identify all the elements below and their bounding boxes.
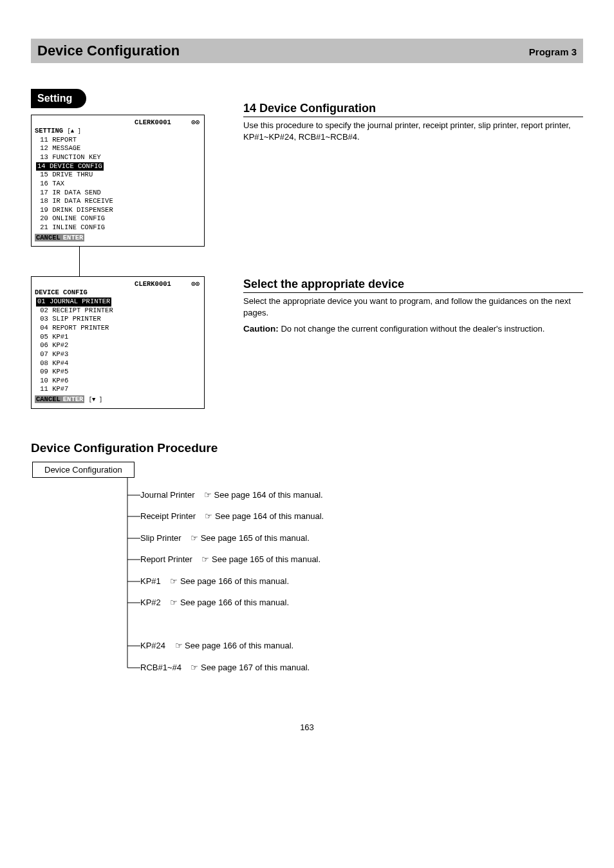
flow-item: Slip Printer ☞ See page 165 of this manu… [140,527,324,549]
menu-item[interactable]: 10 KP#6 [35,377,126,386]
flow-item: RCB#1~#4 ☞ See page 167 of this manual. [140,657,324,679]
setting-tab: Setting [31,89,86,108]
menu-item[interactable]: 13 FUNCTION KEY [35,153,126,162]
enter-button[interactable]: ENTER [62,234,85,241]
section-sub: Program 3 [529,46,577,57]
menu-item[interactable]: 19 DRINK DISPENSER [35,206,126,215]
flow-item-ref: ☞ See page 166 of this manual. [170,598,289,607]
flow-item-label: Journal Printer [140,490,195,500]
enter-button[interactable]: ENTER [62,395,85,403]
up-arrow-icon: [▲ ] [67,128,81,135]
menu-item[interactable]: 18 IR DATA RECEIVE [35,197,126,206]
flow-item-label: Receipt Printer [140,511,196,521]
flow-item-ref: ☞ See page 164 of this manual. [205,511,324,521]
flow-item-label: Slip Printer [140,533,181,543]
menu-item[interactable]: 06 KP#2 [35,341,126,350]
menu-item[interactable]: 04 REPORT PRINTER [35,324,126,333]
flow-item-ref: ☞ See page 167 of this manual. [191,663,310,672]
cancel-button[interactable]: CANCEL [35,234,62,241]
indicator: ⊙⊙ [191,118,200,126]
menu-item[interactable]: 20 ONLINE CONFIG [35,214,126,223]
menu-title: DEVICE CONFIG [35,288,88,297]
menu-item[interactable]: 09 KP#5 [35,368,126,377]
flow-item-ref: ☞ See page 164 of this manual. [204,490,323,500]
flow-item-label: RCB#1~#4 [140,663,181,672]
body-text: Select the appropriate device you want t… [243,296,583,318]
indicator: ⊙⊙ [191,279,200,287]
down-arrow-icon: [▼ ] [89,397,103,403]
subheading-device-config: 14 Device Configuration [243,102,583,117]
flow-item: Receipt Printer ☞ See page 164 of this m… [140,505,324,527]
connector-line [79,247,224,276]
flow-item: KP#2 ☞ See page 166 of this manual. [140,592,324,614]
flow-item-ref: ☞ See page 165 of this manual. [201,554,321,564]
screen-setting: CLERK0001 ⊙⊙ SETTING [▲ ] 11 REPORT 12 M… [31,115,205,247]
menu-item[interactable]: 02 RECEIPT PRINTER [35,307,126,316]
flow-item: KP#24 ☞ See page 166 of this manual. [140,635,324,657]
flow-item: KP#1 ☞ See page 166 of this manual. [140,571,324,592]
flow-item [140,614,324,636]
flow-item: Journal Printer ☞ See page 164 of this m… [140,484,324,506]
subheading-select-device: Select the appropriate device [243,278,583,293]
clerk-label: CLERK0001 [135,280,171,288]
caution-text: Do not change the current configuration … [281,324,544,334]
section-title: Device Configuration [37,42,180,59]
menu-title: SETTING [35,127,63,136]
page: Device Configuration Program 3 Setting C… [0,39,614,732]
menu-item[interactable]: 17 IR DATA SEND [35,189,126,198]
flow-item-ref: ☞ See page 165 of this manual. [191,533,310,543]
clerk-label: CLERK0001 [135,118,171,126]
flow-item-label: KP#2 [140,598,161,607]
flow-item-label: KP#1 [140,576,161,586]
screen-device-config: CLERK0001 ⊙⊙ DEVICE CONFIG 01 JOURNAL PR… [31,276,205,408]
procedure-title: Device Configuration Procedure [31,441,583,455]
body-text: Use this procedure to specify the journa… [243,120,583,142]
menu-item[interactable]: 15 DRIVE THRU [35,171,126,180]
cancel-button[interactable]: CANCEL [35,395,62,403]
flow-diagram: Device Configuration [31,462,583,684]
menu-item[interactable]: 11 KP#7 [35,385,126,394]
menu-item[interactable]: 03 SLIP PRINTER [35,315,126,324]
flow-item-ref: ☞ See page 166 of this manual. [175,641,294,650]
section-header: Device Configuration Program 3 [31,39,583,63]
caution-label: Caution: [243,324,279,334]
flow-item: Report Printer ☞ See page 165 of this ma… [140,549,324,571]
menu-item[interactable]: 21 INLINE CONFIG [35,223,126,232]
menu-item[interactable]: 16 TAX [35,180,126,189]
menu-item[interactable]: 01 JOURNAL PRINTER [35,297,126,307]
menu-item[interactable]: 08 KP#4 [35,359,126,368]
flow-item-label: KP#24 [140,641,165,650]
page-number: 163 [0,722,614,732]
flow-item-label: Report Printer [140,554,192,564]
flow-root: Device Configuration [32,462,135,478]
menu-item[interactable]: 05 KP#1 [35,333,126,342]
flow-item-ref: ☞ See page 166 of this manual. [170,576,289,586]
menu-item[interactable]: 14 DEVICE CONFIG [35,162,126,171]
menu-item[interactable]: 11 REPORT [35,136,126,145]
menu-item[interactable]: 07 KP#3 [35,350,126,359]
menu-item[interactable]: 12 MESSAGE [35,144,126,153]
